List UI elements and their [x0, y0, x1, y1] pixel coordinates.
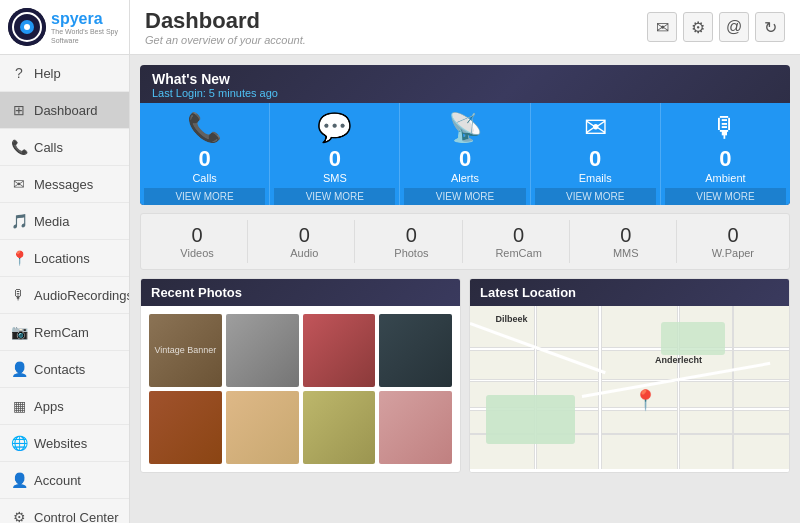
stat-viewmore-emails[interactable]: VIEW MORE [535, 188, 656, 205]
help-icon: ? [10, 64, 28, 82]
photo-thumb-p1[interactable]: Vintage Banner [149, 314, 222, 387]
stat-label-alerts: Alerts [451, 172, 479, 184]
nav-label-calls: Calls [34, 140, 63, 155]
nav-label-dashboard: Dashboard [34, 103, 98, 118]
media-icon: 🎵 [10, 212, 28, 230]
stat-icon-calls: 📞 [187, 111, 222, 144]
locations-icon: 📍 [10, 249, 28, 267]
map-panel-header: Latest Location [470, 279, 789, 306]
map-footer: Google Map data ©2014 Google · Terms of … [470, 469, 789, 473]
sidebar: spyera The World's Best Spy Software ?He… [0, 0, 130, 523]
email-icon-btn[interactable]: ✉ [647, 12, 677, 42]
sidebar-item-locations[interactable]: 📍Locations [0, 240, 129, 277]
sec-stat-mms: 0 MMS [576, 220, 677, 263]
stats-row: 📞 0 Calls VIEW MORE 💬 0 SMS VIEW MORE 📡 … [140, 103, 790, 205]
photo-thumb-p2[interactable] [226, 314, 299, 387]
stat-ambient: 🎙 0 Ambient VIEW MORE [661, 103, 790, 205]
controlcenter-icon: ⚙ [10, 508, 28, 523]
photo-thumb-p3[interactable] [303, 314, 376, 387]
messages-icon: ✉ [10, 175, 28, 193]
sec-count-RemCam: 0 [473, 224, 565, 247]
page-title-area: Dashboard Get an overview of your accoun… [145, 8, 306, 46]
sidebar-item-messages[interactable]: ✉Messages [0, 166, 129, 203]
logo-icon [8, 8, 46, 46]
stat-alerts: 📡 0 Alerts VIEW MORE [400, 103, 530, 205]
nav-label-contacts: Contacts [34, 362, 85, 377]
stat-count-emails: 0 [589, 146, 601, 172]
map-label-anderlecht: Anderlecht [655, 355, 702, 365]
photo-thumb-p7[interactable] [303, 391, 376, 464]
sec-label-Videos: Videos [151, 247, 243, 259]
sidebar-item-contacts[interactable]: 👤Contacts [0, 351, 129, 388]
remcam-icon: 📷 [10, 323, 28, 341]
sec-stat-w.paper: 0 W.Paper [683, 220, 783, 263]
dashboard-icon: ⊞ [10, 101, 28, 119]
map-area: Dilbeek Anderlecht 📍 [470, 306, 789, 469]
stat-icon-emails: ✉ [584, 111, 607, 144]
map-panel: Latest Location [469, 278, 790, 473]
stat-count-ambient: 0 [719, 146, 731, 172]
sidebar-item-calls[interactable]: 📞Calls [0, 129, 129, 166]
stat-label-calls: Calls [192, 172, 216, 184]
secondary-stats: 0 Videos 0 Audio 0 Photos 0 RemCam 0 MMS… [140, 213, 790, 270]
account-icon: 👤 [10, 471, 28, 489]
sidebar-item-apps[interactable]: ▦Apps [0, 388, 129, 425]
map-label-dilbeek: Dilbeek [496, 314, 528, 324]
nav-label-locations: Locations [34, 251, 90, 266]
photo-thumb-p4[interactable] [379, 314, 452, 387]
contacts-icon: 👤 [10, 360, 28, 378]
sidebar-item-help[interactable]: ?Help [0, 55, 129, 92]
gear-icon-btn[interactable]: ⚙ [683, 12, 713, 42]
at-icon-btn[interactable]: @ [719, 12, 749, 42]
brand-text: spyera The World's Best Spy Software [51, 9, 121, 45]
sec-label-Photos: Photos [365, 247, 457, 259]
sidebar-item-media[interactable]: 🎵Media [0, 203, 129, 240]
stat-viewmore-calls[interactable]: VIEW MORE [144, 188, 265, 205]
whats-new-subtitle: Last Login: 5 minutes ago [152, 87, 778, 99]
whats-new-panel: What's New Last Login: 5 minutes ago 📞 0… [140, 65, 790, 205]
map-marker: 📍 [633, 388, 658, 412]
stat-label-emails: Emails [579, 172, 612, 184]
stat-viewmore-ambient[interactable]: VIEW MORE [665, 188, 786, 205]
stat-calls: 📞 0 Calls VIEW MORE [140, 103, 270, 205]
stat-count-alerts: 0 [459, 146, 471, 172]
brand-name: spyera [51, 9, 121, 28]
recent-photos-header: Recent Photos [141, 279, 460, 306]
sidebar-item-websites[interactable]: 🌐Websites [0, 425, 129, 462]
stat-viewmore-sms[interactable]: VIEW MORE [274, 188, 395, 205]
sec-count-MMS: 0 [580, 224, 672, 247]
stat-emails: ✉ 0 Emails VIEW MORE [531, 103, 661, 205]
refresh-icon-btn[interactable]: ↻ [755, 12, 785, 42]
recent-photos-panel: Recent Photos Vintage Banner [140, 278, 461, 473]
sidebar-item-dashboard[interactable]: ⊞Dashboard [0, 92, 129, 129]
logo-area: spyera The World's Best Spy Software [0, 0, 129, 55]
whats-new-header: What's New Last Login: 5 minutes ago [140, 65, 790, 103]
nav-label-account: Account [34, 473, 81, 488]
sidebar-item-audiorecordings[interactable]: 🎙AudioRecordings [0, 277, 129, 314]
sec-stat-videos: 0 Videos [147, 220, 248, 263]
photos-grid: Vintage Banner [141, 306, 460, 472]
stat-icon-sms: 💬 [317, 111, 352, 144]
nav-label-websites: Websites [34, 436, 87, 451]
sidebar-item-controlcenter[interactable]: ⚙Control Center [0, 499, 129, 523]
stat-viewmore-alerts[interactable]: VIEW MORE [404, 188, 525, 205]
stat-count-sms: 0 [329, 146, 341, 172]
photo-thumb-p6[interactable] [226, 391, 299, 464]
bottom-panels: Recent Photos Vintage Banner Latest Loca… [140, 278, 790, 473]
sidebar-item-remcam[interactable]: 📷RemCam [0, 314, 129, 351]
content-area: What's New Last Login: 5 minutes ago 📞 0… [130, 55, 800, 523]
apps-icon: ▦ [10, 397, 28, 415]
sidebar-item-account[interactable]: 👤Account [0, 462, 129, 499]
page-title: Dashboard [145, 8, 306, 34]
photo-thumb-p5[interactable] [149, 391, 222, 464]
sec-count-Photos: 0 [365, 224, 457, 247]
photo-thumb-p8[interactable] [379, 391, 452, 464]
audiorecordings-icon: 🎙 [10, 286, 28, 304]
nav-label-media: Media [34, 214, 69, 229]
sec-label-RemCam: RemCam [473, 247, 565, 259]
nav-label-apps: Apps [34, 399, 64, 414]
stat-icon-ambient: 🎙 [711, 111, 739, 144]
map-bg: Dilbeek Anderlecht 📍 [470, 306, 789, 469]
svg-point-3 [24, 24, 30, 30]
stat-icon-alerts: 📡 [448, 111, 483, 144]
